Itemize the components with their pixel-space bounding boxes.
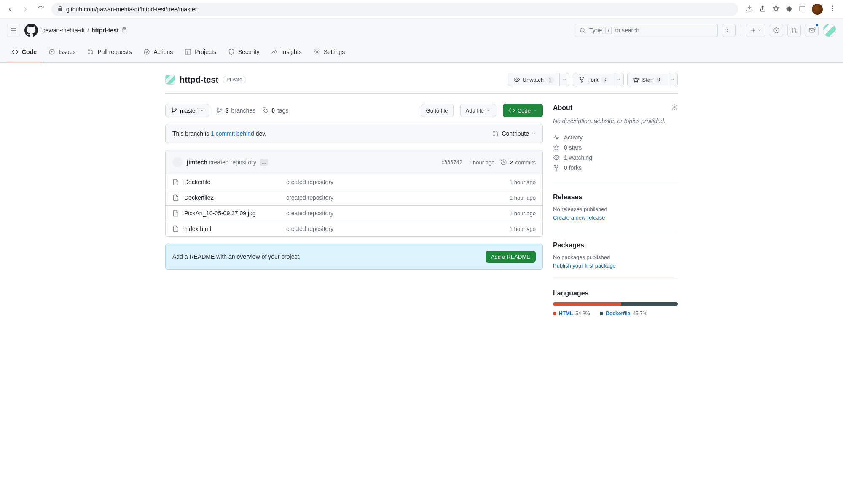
branch-select[interactable]: master	[165, 104, 209, 117]
file-name-link[interactable]: PicsArt_10-05-09.37.09.jpg	[184, 210, 281, 217]
file-commit-message[interactable]: created repository	[286, 179, 505, 185]
tab-projects[interactable]: Projects	[180, 42, 221, 62]
file-row: index.html created repository 1 hour ago	[166, 221, 542, 236]
commit-time: 1 hour ago	[468, 159, 494, 166]
svg-point-6	[776, 30, 777, 31]
install-icon[interactable]	[746, 5, 753, 13]
browser-chrome: github.com/pawan-mehta-dt/httpd-test/tre…	[0, 0, 843, 19]
visibility-badge: Private	[223, 76, 246, 83]
watching-link[interactable]: 1 watching	[553, 153, 678, 163]
share-icon[interactable]	[759, 5, 766, 13]
tab-insights[interactable]: Insights	[266, 42, 306, 62]
fork-caret[interactable]	[614, 73, 624, 86]
goto-file-button[interactable]: Go to file	[421, 104, 454, 117]
packages-section: Packages No packages published Publish y…	[553, 241, 678, 279]
breadcrumb-repo[interactable]: httpd-test	[91, 27, 119, 34]
github-logo[interactable]	[24, 24, 38, 37]
repo-avatar	[165, 75, 175, 85]
file-row: Dockerfile2 created repository 1 hour ag…	[166, 190, 542, 206]
file-commit-message[interactable]: created repository	[286, 210, 505, 217]
forks-link[interactable]: 0 forks	[553, 163, 678, 173]
publish-package-link[interactable]: Publish your first package	[553, 263, 616, 269]
about-description: No description, website, or topics provi…	[553, 117, 678, 126]
svg-point-1	[832, 5, 833, 7]
notifications-button[interactable]	[805, 24, 819, 37]
tab-security[interactable]: Security	[223, 42, 265, 62]
commits-behind-link[interactable]: 1 commit behind	[211, 130, 254, 137]
caret-down-icon	[200, 108, 204, 113]
tab-actions[interactable]: Actions	[138, 42, 178, 62]
fork-button[interactable]: Fork 0	[573, 73, 615, 86]
star-button[interactable]: Star 0	[627, 73, 668, 86]
star-icon	[553, 144, 560, 151]
issues-tray-button[interactable]	[770, 24, 783, 37]
language-item[interactable]: HTML54.3%	[553, 311, 590, 316]
commit-sha[interactable]: c335742	[441, 159, 463, 165]
commit-more-button[interactable]: …	[260, 159, 268, 166]
star-caret[interactable]	[668, 73, 678, 86]
create-new-button[interactable]	[746, 24, 765, 37]
code-button[interactable]: Code	[503, 104, 543, 117]
tab-code[interactable]: Code	[7, 42, 42, 62]
browser-profile-avatar[interactable]	[812, 4, 823, 15]
contribute-button[interactable]: Contribute	[492, 130, 536, 137]
svg-point-28	[264, 109, 265, 110]
browser-reload[interactable]	[35, 3, 46, 15]
stars-link[interactable]: 0 stars	[553, 142, 678, 153]
bookmark-icon[interactable]	[772, 5, 780, 13]
pull-requests-tray-button[interactable]	[787, 24, 801, 37]
tab-settings[interactable]: Settings	[309, 42, 350, 62]
file-icon	[172, 210, 179, 217]
history-icon	[500, 159, 507, 166]
search-prefix: Type	[589, 27, 602, 34]
browser-back[interactable]	[4, 3, 16, 15]
packages-none: No packages published	[553, 254, 678, 260]
eye-icon	[553, 154, 560, 161]
browser-menu-icon[interactable]	[829, 5, 836, 13]
hamburger-menu[interactable]	[7, 24, 20, 37]
commits-count-link[interactable]: 2 commits	[500, 159, 536, 166]
svg-point-11	[51, 51, 53, 53]
gear-icon[interactable]	[671, 104, 678, 112]
tab-pull-requests[interactable]: Pull requests	[82, 42, 137, 62]
user-avatar[interactable]	[823, 24, 836, 37]
tab-issues[interactable]: Issues	[43, 42, 81, 62]
search-input[interactable]: Type / to search	[575, 24, 718, 37]
url-bar[interactable]: github.com/pawan-mehta-dt/httpd-test/tre…	[51, 3, 738, 16]
commit-author-avatar[interactable]	[172, 157, 183, 167]
language-name: HTML	[559, 311, 573, 316]
branch-icon	[216, 107, 223, 114]
command-palette-button[interactable]	[722, 24, 736, 37]
create-release-link[interactable]: Create a new release	[553, 214, 605, 221]
tags-link[interactable]: 0tags	[262, 107, 288, 114]
add-readme-button[interactable]: Add a README	[486, 251, 536, 263]
svg-point-2	[832, 8, 833, 9]
activity-link[interactable]: Activity	[553, 132, 678, 142]
caret-down-icon	[757, 28, 762, 32]
language-item[interactable]: Dockerfile45.7%	[600, 311, 647, 316]
browser-toolbar	[743, 4, 839, 15]
file-name-link[interactable]: index.html	[184, 225, 281, 232]
svg-point-17	[316, 51, 318, 53]
readme-prompt: Add a README with an overview of your pr…	[165, 244, 543, 270]
commit-message[interactable]: created repository	[209, 159, 256, 166]
branches-link[interactable]: 3branches	[216, 107, 255, 114]
file-commit-message[interactable]: created repository	[286, 225, 505, 232]
unwatch-button[interactable]: Unwatch 1	[508, 73, 560, 86]
unwatch-caret[interactable]	[560, 73, 569, 86]
tag-icon	[262, 107, 269, 114]
file-name-link[interactable]: Dockerfile	[184, 179, 281, 185]
panel-icon[interactable]	[799, 5, 806, 13]
language-pct: 54.3%	[575, 311, 590, 316]
svg-point-33	[556, 157, 557, 158]
browser-forward[interactable]	[19, 3, 31, 15]
repo-title[interactable]: httpd-test	[180, 75, 218, 85]
extensions-icon[interactable]	[786, 5, 793, 13]
file-icon	[172, 194, 179, 201]
branch-icon	[171, 107, 177, 114]
file-commit-message[interactable]: created repository	[286, 194, 505, 201]
file-name-link[interactable]: Dockerfile2	[184, 194, 281, 201]
breadcrumb-owner[interactable]: pawan-mehta-dt	[42, 27, 85, 34]
add-file-button[interactable]: Add file	[460, 104, 496, 117]
commit-author[interactable]: jimtech	[187, 159, 207, 166]
